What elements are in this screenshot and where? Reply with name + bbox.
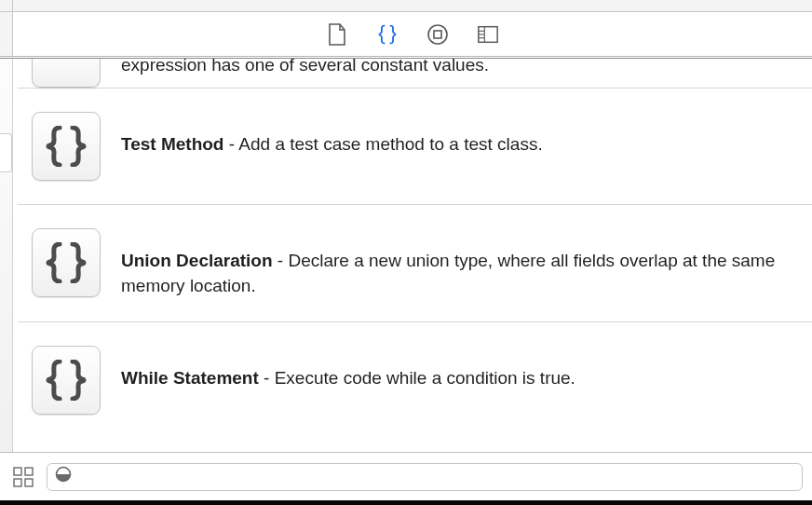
snippet-text: expression has one of several constant v… xyxy=(121,59,793,88)
media-tab[interactable] xyxy=(477,23,499,46)
snippet-description: - Add a test case method to a test class… xyxy=(223,134,542,154)
window-chrome-left-edge xyxy=(0,0,13,11)
scope-icon[interactable] xyxy=(55,466,72,487)
panel-collapse-handle[interactable] xyxy=(0,133,12,172)
grid-view-button[interactable] xyxy=(11,465,35,489)
snippet-text: Test Method - Add a test case method to … xyxy=(121,112,793,157)
snippet-title: Union Declaration xyxy=(121,251,273,270)
objects-tab[interactable] xyxy=(426,23,449,46)
snippet-list: expression has one of several constant v… xyxy=(13,59,812,452)
snippet-title: While Statement xyxy=(121,368,259,388)
braces-icon xyxy=(32,346,101,415)
file-templates-tab[interactable] xyxy=(326,23,348,46)
filter-field[interactable] xyxy=(47,463,803,491)
svg-point-0 xyxy=(428,25,447,44)
snippet-title: Test Method xyxy=(121,134,223,154)
snippet-description: expression has one of several constant v… xyxy=(121,59,489,75)
svg-rect-7 xyxy=(14,468,21,475)
code-snippets-tab[interactable] xyxy=(376,23,399,46)
braces-icon xyxy=(32,228,101,297)
svg-rect-8 xyxy=(25,468,33,475)
braces-icon xyxy=(32,112,101,181)
list-item[interactable]: While Statement - Execute code while a c… xyxy=(18,322,812,438)
window-chrome-top xyxy=(0,0,812,12)
window-chrome-bottom xyxy=(0,500,812,505)
braces-icon xyxy=(32,59,101,88)
svg-rect-1 xyxy=(434,31,441,38)
list-item[interactable]: Union Declaration - Declare a new union … xyxy=(18,205,812,322)
toolbar-divider xyxy=(0,56,812,57)
svg-rect-9 xyxy=(14,479,21,486)
list-item[interactable]: expression has one of several constant v… xyxy=(18,59,812,89)
library-toolbar xyxy=(0,12,812,56)
snippet-text: Union Declaration - Declare a new union … xyxy=(121,228,793,298)
filter-input[interactable] xyxy=(77,468,794,485)
panel-collapse-gutter[interactable] xyxy=(0,59,13,452)
list-item[interactable]: Test Method - Add a test case method to … xyxy=(18,89,812,205)
snippet-text: While Statement - Execute code while a c… xyxy=(121,346,793,391)
svg-rect-10 xyxy=(25,479,33,486)
snippet-description: - Execute code while a condition is true… xyxy=(259,368,575,388)
toolbar-left-edge xyxy=(0,12,13,56)
bottom-bar xyxy=(0,452,812,500)
